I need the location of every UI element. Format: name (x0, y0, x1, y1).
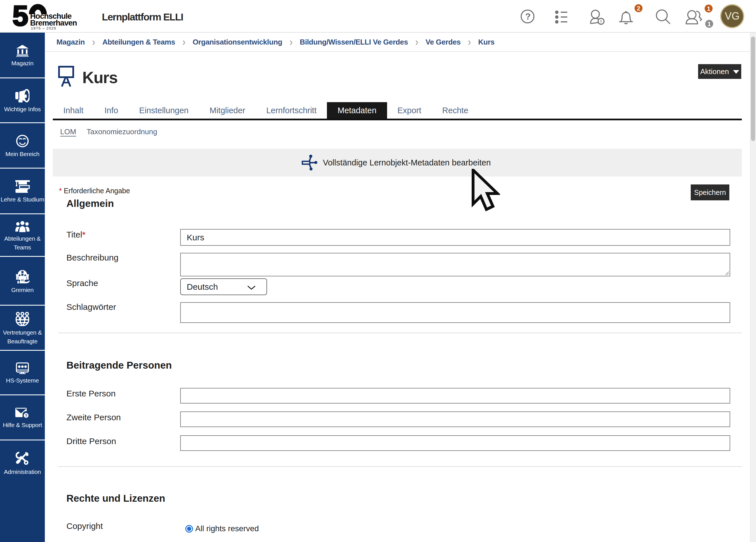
svg-text:2: 2 (637, 5, 640, 12)
svg-text:VG: VG (725, 10, 740, 22)
svg-text:1: 1 (707, 20, 711, 28)
svg-text:?: ? (25, 413, 27, 418)
svg-text:?: ? (525, 12, 531, 22)
svg-text:1: 1 (707, 5, 710, 12)
svg-text:!: ! (600, 19, 602, 24)
svg-text:1975 – 2025: 1975 – 2025 (31, 26, 56, 30)
svg-text:5: 5 (12, 3, 28, 31)
